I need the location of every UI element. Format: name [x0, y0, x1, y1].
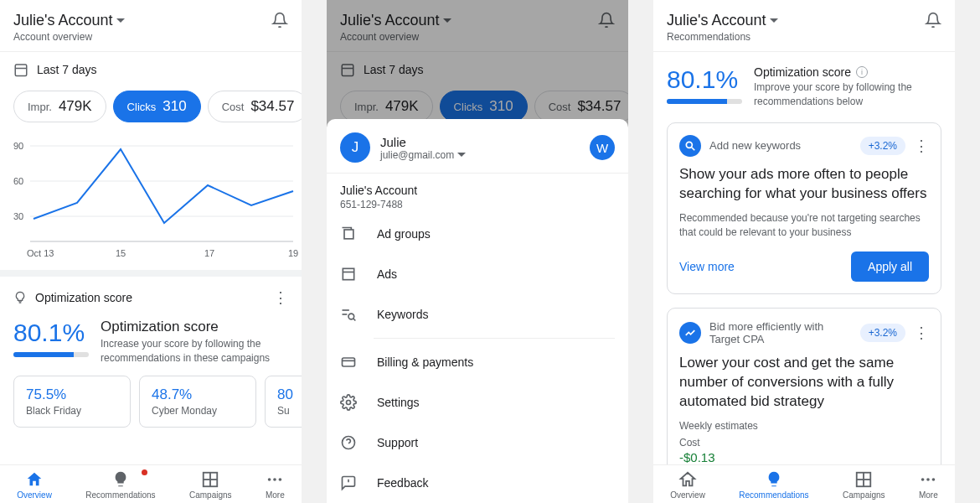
score-uplift-badge: +3.2% [860, 137, 905, 155]
campaign-cards: 75.5% Black Friday 48.7% Cyber Monday 80… [0, 376, 302, 428]
menu-support[interactable]: Support [327, 423, 628, 463]
menu-ads[interactable]: Ads [327, 254, 628, 294]
recommendation-card-keywords: Add new keywords +3.2% ⋮ Show your ads m… [667, 122, 941, 294]
more-options-icon[interactable]: ⋮ [273, 288, 288, 307]
app-header: Julie's Account Recommendations [653, 0, 955, 52]
account-name: Julie's Account [13, 12, 113, 29]
info-icon[interactable]: i [856, 66, 868, 78]
nav-recommendations[interactable]: Recommendations [85, 470, 155, 500]
opt-desc: Increase your score by following the rec… [101, 337, 288, 366]
campaign-card-partial[interactable]: 80 Su [265, 376, 302, 428]
svg-point-10 [274, 478, 277, 481]
svg-point-19 [348, 314, 354, 319]
chart-line [34, 149, 293, 223]
bottom-nav: Overview Recommendations Campaigns More [653, 464, 955, 503]
cost-label: Cost [679, 437, 929, 449]
svg-rect-0 [15, 65, 27, 76]
svg-point-33 [921, 478, 925, 481]
svg-point-28 [686, 142, 692, 148]
account-switcher[interactable]: Julie's Account [13, 12, 125, 29]
x-tick: 19 [288, 248, 298, 258]
score-progress [13, 352, 89, 357]
campaign-card-black-friday[interactable]: 75.5% Black Friday [13, 376, 131, 428]
menu-feedback[interactable]: Feedback [327, 463, 628, 503]
pill-clicks[interactable]: Clicks 310 [113, 91, 201, 122]
opt-title: Optimization scorei [754, 65, 941, 79]
x-tick: 15 [116, 248, 126, 258]
dots-icon [919, 470, 937, 489]
score-percent: 80.1% [13, 319, 89, 347]
menu-screen: Julie's Account Account overview Last 7 … [327, 0, 628, 503]
nav-more[interactable]: More [919, 470, 938, 500]
layers-icon [340, 226, 357, 242]
app-header: Julie's Account Account overview [0, 0, 302, 52]
bell-icon[interactable] [271, 12, 288, 29]
opt-title: Optimization score [101, 319, 288, 335]
caret-down-icon [770, 18, 778, 23]
help-icon [340, 434, 357, 451]
svg-point-11 [279, 478, 282, 481]
rec-title: Add new keywords [709, 139, 852, 152]
calendar-icon [13, 62, 28, 77]
rec-headline: Show your ads more often to people searc… [679, 165, 929, 204]
page-subtitle: Account overview [13, 31, 125, 43]
bulb-icon [13, 291, 27, 304]
nav-more[interactable]: More [266, 470, 285, 500]
metric-pills: Impr. 479K Clicks 310 Cost $34.57 [0, 87, 302, 132]
dots-icon [266, 470, 284, 489]
opt-desc: Improve your score by following the reco… [754, 80, 941, 109]
card-icon [340, 354, 357, 371]
svg-point-35 [932, 478, 936, 481]
menu-settings[interactable]: Settings [327, 382, 628, 423]
nav-overview[interactable]: Overview [17, 470, 52, 500]
avatar-j[interactable]: J [340, 132, 370, 163]
grid-icon [201, 470, 219, 489]
nav-overview[interactable]: Overview [670, 470, 705, 500]
campaign-card-cyber-monday[interactable]: 48.7% Cyber Monday [139, 376, 256, 428]
home-icon [25, 470, 44, 489]
bulb-icon [111, 470, 130, 489]
account-title: Julie's Account [340, 184, 615, 197]
view-more-link[interactable]: View more [679, 260, 735, 273]
menu-billing[interactable]: Billing & payments [327, 342, 628, 382]
more-options-icon[interactable]: ⋮ [914, 137, 929, 155]
apply-all-button[interactable]: Apply all [851, 252, 929, 282]
caret-down-icon [457, 153, 466, 157]
date-range-selector[interactable]: Last 7 days [0, 52, 302, 87]
score-percent: 80.1% [667, 65, 742, 94]
svg-point-34 [927, 478, 931, 481]
notification-dot [142, 469, 147, 475]
nav-campaigns[interactable]: Campaigns [189, 470, 232, 500]
window-icon [340, 266, 357, 283]
user-email[interactable]: julie@gmail.com [380, 149, 466, 161]
pill-impressions[interactable]: Impr. 479K [13, 91, 106, 122]
nav-campaigns[interactable]: Campaigns [843, 470, 885, 500]
caret-down-icon [116, 18, 125, 23]
rec-subtext: Recommended because you're not targeting… [679, 211, 929, 240]
recommendation-card-target-cpa: Bid more efficiently with Target CPA +3.… [667, 308, 941, 477]
opt-header-label: Optimization score [35, 291, 132, 304]
section-divider [0, 270, 302, 277]
overview-screen: Julie's Account Account overview Last 7 … [0, 0, 302, 503]
menu-ad-groups[interactable]: Ad groups [327, 214, 628, 254]
pill-cost[interactable]: Cost $34.57 [208, 91, 302, 122]
account-switcher[interactable]: Julie's Account [667, 12, 778, 29]
feedback-icon [340, 474, 357, 491]
account-phone: 651-129-7488 [340, 199, 615, 210]
nav-recommendations[interactable]: Recommendations [739, 470, 808, 500]
trend-icon [679, 322, 701, 344]
score-uplift-badge: +3.2% [860, 324, 905, 342]
home-icon [678, 470, 697, 489]
svg-rect-15 [343, 268, 353, 279]
user-name: Julie [380, 135, 466, 149]
menu-keywords[interactable]: Keywords [327, 294, 628, 334]
score-progress [667, 99, 742, 104]
bell-icon[interactable] [925, 12, 941, 29]
avatar-w[interactable]: W [590, 135, 615, 160]
more-options-icon[interactable]: ⋮ [914, 324, 929, 342]
x-tick: Oct 13 [27, 248, 54, 258]
gear-icon [340, 394, 357, 411]
menu-divider [374, 338, 615, 339]
page-subtitle: Recommendations [667, 31, 778, 43]
svg-rect-14 [344, 230, 353, 239]
